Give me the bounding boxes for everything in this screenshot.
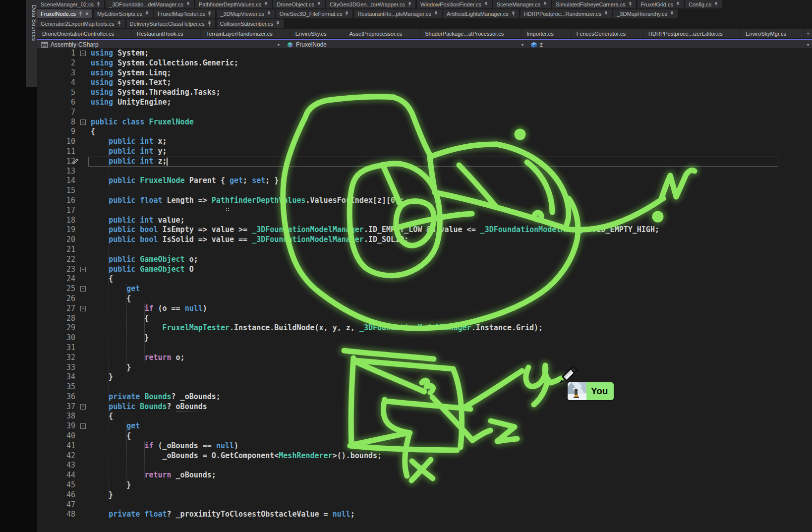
editor-tab[interactable]: FruxelMapTester.cs <box>154 9 215 18</box>
code-line[interactable]: 25− get <box>37 284 812 294</box>
editor-tab[interactable]: Config.cs <box>685 0 722 8</box>
code-line[interactable]: 11 public int y; <box>37 147 812 157</box>
pin-icon[interactable] <box>434 11 438 17</box>
document-tab[interactable]: EnviroSkyMgr.cs <box>741 29 803 38</box>
editor-tab[interactable]: HDRPPostproc...Randomizer.cs <box>521 9 612 18</box>
code-line[interactable]: 43 <box>37 461 812 471</box>
editor-tab[interactable]: PathfinderDepthValues.cs <box>195 0 272 8</box>
document-tab[interactable]: AssetPreprocessor.cs <box>345 29 419 38</box>
code-line[interactable]: 6using UnityEngine; <box>37 98 812 108</box>
editor-tab[interactable]: SimulatedFisheyeCamera.cs <box>552 0 636 8</box>
editor-tab[interactable]: OneSec3D_FileFormat.cs <box>276 9 353 18</box>
pin-icon[interactable] <box>604 11 608 17</box>
code-line[interactable]: 21 <box>37 245 812 255</box>
pin-icon[interactable] <box>628 1 633 7</box>
code-line[interactable]: 24 { <box>37 274 812 284</box>
document-tab[interactable]: FencesGenerator.cs <box>572 29 642 38</box>
editor-tab[interactable]: ArtificialLightsManager.cs <box>443 9 519 18</box>
code-line[interactable]: 35 <box>37 382 812 392</box>
editor-tab[interactable]: Generator2ExportMapTools.cs <box>37 19 125 28</box>
pin-icon[interactable] <box>264 1 268 7</box>
code-line[interactable]: 44 return _oBounds; <box>37 471 812 480</box>
pin-icon[interactable] <box>407 1 412 7</box>
code-line[interactable]: 36 private Bounds? _oBounds; <box>37 392 812 402</box>
pin-icon[interactable] <box>317 1 321 7</box>
document-tab[interactable]: DroneOrientationController.cs <box>37 29 131 38</box>
code-line[interactable]: 30 } <box>37 333 812 343</box>
pin-icon[interactable] <box>186 1 190 7</box>
pin-icon[interactable] <box>207 21 212 27</box>
code-line[interactable]: 19 public bool IsEmpty => value >= _3DFo… <box>37 225 812 235</box>
pin-icon[interactable] <box>145 11 149 17</box>
pin-icon[interactable] <box>276 21 280 27</box>
code-line[interactable]: 5using System.Threading.Tasks; <box>37 88 812 98</box>
pin-icon[interactable] <box>345 11 349 17</box>
pin-icon[interactable] <box>714 1 718 7</box>
code-line[interactable]: 29 FruxelMapTester.Instance.BuildNode(x,… <box>37 323 812 333</box>
fold-toggle[interactable]: − <box>80 423 86 429</box>
code-line[interactable]: 4using System.Text; <box>37 78 812 88</box>
code-line[interactable]: 16 public float Length => PathfinderDept… <box>37 196 812 206</box>
code-line[interactable]: 14 public FruxelNode Parent { get; set; … <box>37 176 812 186</box>
code-line[interactable]: 42 _oBounds = O.GetComponent<MeshRendere… <box>37 451 812 461</box>
fold-toggle[interactable]: − <box>80 51 86 56</box>
document-tab[interactable]: TerrainLayerRandomizer.cs <box>201 29 290 38</box>
code-line[interactable]: 18 public int value; <box>37 216 812 226</box>
pin-icon[interactable] <box>267 11 271 17</box>
pin-icon[interactable] <box>117 21 121 27</box>
code-line[interactable]: 40 { <box>37 431 812 441</box>
code-line[interactable]: 8−public class FruxelNode <box>37 118 812 127</box>
editor-tab[interactable]: _3DFoundatio...delManager.cs <box>106 0 194 8</box>
code-line[interactable]: 12 public int z; <box>37 157 812 167</box>
editor-tab[interactable]: CollisionSubscriber.cs <box>217 19 284 28</box>
code-line[interactable]: 38 { <box>37 412 812 421</box>
code-line[interactable]: 28 { <box>37 314 812 324</box>
data-sources-tool-tab[interactable]: Data Sources <box>26 0 37 87</box>
fold-toggle[interactable]: − <box>80 119 86 125</box>
document-tab[interactable]: Importer.cs <box>522 29 571 38</box>
code-line[interactable]: 26 { <box>37 294 812 304</box>
chevron-down-icon[interactable]: ▾ <box>275 43 283 47</box>
fold-toggle[interactable]: − <box>80 286 86 292</box>
editor-tab[interactable]: MyEditorScripts.cs <box>94 9 153 18</box>
editor-tab[interactable]: _3DMapViewer.cs <box>217 9 274 18</box>
pin-icon[interactable] <box>543 1 547 7</box>
editor-tab[interactable]: WindowPositionFinder.cs <box>417 0 492 8</box>
code-line[interactable]: 1−using System; <box>37 49 812 59</box>
code-line[interactable]: 10 public int x; <box>37 137 812 147</box>
document-tab[interactable]: HDRPPostproce...izerEditor.cs <box>643 29 740 38</box>
pin-icon[interactable] <box>78 11 83 17</box>
code-line[interactable]: 48 private float? _proximityToClosestObs… <box>37 510 812 520</box>
code-line[interactable]: 22 public GameObject o; <box>37 255 812 265</box>
code-editor[interactable]: 1−using System;2using System.Collections… <box>37 48 812 532</box>
code-line[interactable]: 15 <box>37 186 812 196</box>
fold-toggle[interactable]: − <box>80 306 86 311</box>
editor-tab[interactable]: DeliverySurfaceClassHelper.cs <box>126 19 215 28</box>
code-line[interactable]: 27− if (o == null) <box>37 304 812 314</box>
pin-icon[interactable] <box>96 1 101 7</box>
editor-tab[interactable]: _3DMapHierarchy.cs <box>613 9 678 18</box>
code-line[interactable]: 2using System.Collections.Generic; <box>37 59 812 68</box>
pin-icon[interactable] <box>670 11 674 17</box>
code-line[interactable]: 39− get <box>37 421 812 431</box>
chevron-down-icon[interactable]: ▾ <box>519 43 526 47</box>
code-line[interactable]: 23− public GameObject O <box>37 265 812 275</box>
close-icon[interactable]: × <box>83 11 89 16</box>
fold-toggle[interactable]: − <box>80 267 86 272</box>
editor-tab[interactable]: FruxelNode.cs× <box>37 9 92 18</box>
code-line[interactable]: 47 <box>37 500 812 510</box>
editor-tab[interactable]: CityGen3DGen...torWrapper.cs <box>326 0 415 8</box>
code-line[interactable]: 3using System.Linq; <box>37 68 812 78</box>
code-line[interactable]: 7 <box>37 108 812 118</box>
tab-overflow-button[interactable]: ▾ <box>804 29 812 38</box>
document-tab[interactable]: EnviroSky.cs <box>290 29 344 38</box>
fold-toggle[interactable]: − <box>80 404 86 410</box>
code-line[interactable]: 32 return o; <box>37 353 812 363</box>
pin-icon[interactable] <box>511 11 516 17</box>
pin-icon[interactable] <box>207 11 212 17</box>
document-tab[interactable]: ShaderPackage...stProcessor.cs <box>420 29 521 38</box>
editor-tab[interactable]: DroneObject.cs <box>273 0 325 8</box>
pin-icon[interactable] <box>484 1 488 7</box>
code-line[interactable]: 33 } <box>37 363 812 373</box>
code-line[interactable]: 45 } <box>37 480 812 490</box>
